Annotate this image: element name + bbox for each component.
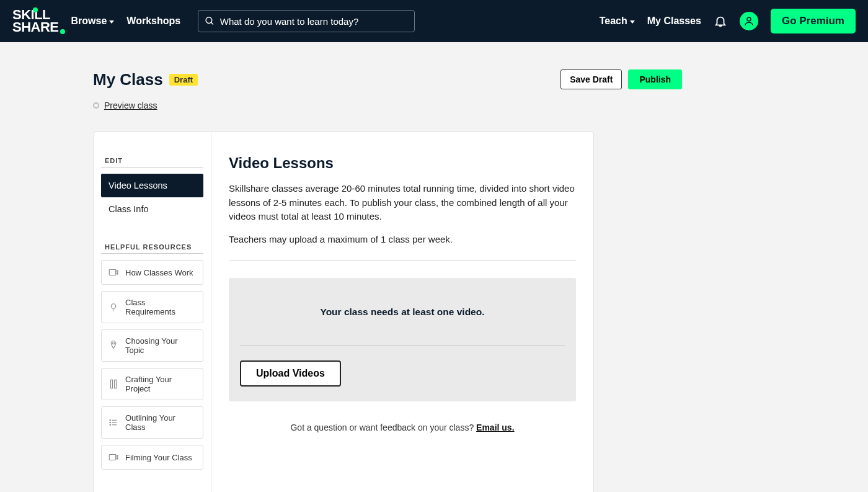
nav-workshops[interactable]: Workshops: [126, 16, 180, 27]
resource-label: Choosing Your Topic: [125, 336, 197, 355]
svg-point-8: [110, 420, 111, 421]
svg-rect-14: [109, 455, 116, 460]
svg-point-2: [747, 17, 751, 21]
svg-point-4: [111, 304, 116, 309]
nav-browse[interactable]: Browse: [71, 16, 115, 27]
notification-bell-icon[interactable]: [714, 14, 727, 28]
need-video-text: Your class needs at least one video.: [240, 306, 565, 318]
svg-rect-3: [109, 270, 116, 275]
search-input[interactable]: [220, 16, 408, 27]
lightbulb-icon: [108, 302, 119, 313]
nav-my-classes-label: My Classes: [647, 16, 701, 27]
edit-sidebar: EDIT Video Lessons Class Info HELPFUL RE…: [94, 132, 211, 492]
resource-label: Filming Your Class: [125, 453, 192, 462]
resource-label: Class Requirements: [125, 298, 197, 316]
svg-line-1: [211, 22, 213, 24]
title-row: My Class Draft Save Draft Publish: [93, 69, 775, 89]
nav-workshops-label: Workshops: [126, 16, 180, 27]
email-us-link[interactable]: Email us.: [476, 423, 514, 432]
main-panel: EDIT Video Lessons Class Info HELPFUL RE…: [93, 132, 594, 492]
nav-teach[interactable]: Teach: [600, 16, 635, 27]
svg-point-5: [113, 342, 115, 344]
resource-crafting-project[interactable]: Crafting Your Project: [101, 368, 203, 400]
sidebar-item-video-lessons[interactable]: Video Lessons: [101, 174, 203, 197]
svg-rect-6: [111, 380, 113, 388]
upload-box: Your class needs at least one video. Upl…: [229, 278, 576, 401]
list-icon: [108, 417, 119, 428]
question-row: Got a question or want feedback on your …: [229, 423, 576, 432]
divider: [229, 260, 576, 261]
nav-browse-label: Browse: [71, 16, 107, 27]
publish-button[interactable]: Publish: [628, 69, 682, 89]
video-icon: [108, 267, 119, 278]
draft-badge: Draft: [169, 74, 198, 86]
resource-label: How Classes Work: [125, 268, 193, 277]
ruler-icon: [108, 378, 119, 390]
sidebar-heading-resources: HELPFUL RESOURCES: [101, 243, 203, 254]
page-title: My Class: [93, 70, 163, 89]
resource-choosing-topic[interactable]: Choosing Your Topic: [101, 329, 203, 362]
avatar[interactable]: [740, 12, 758, 30]
sidebar-item-class-info[interactable]: Class Info: [101, 197, 203, 221]
skillshare-logo[interactable]: SKILLSHARE: [12, 9, 59, 34]
resource-label: Outlining Your Class: [125, 413, 197, 432]
question-text: Got a question or want feedback on your …: [290, 423, 476, 432]
svg-point-10: [110, 422, 111, 423]
svg-point-0: [206, 17, 212, 24]
nav-my-classes[interactable]: My Classes: [647, 16, 701, 27]
content-para-1: Skillshare classes average 20-60 minutes…: [229, 182, 576, 224]
upload-videos-button[interactable]: Upload Videos: [240, 360, 341, 387]
save-draft-button[interactable]: Save Draft: [560, 69, 622, 89]
content-para-2: Teachers may upload a maximum of 1 class…: [229, 233, 576, 247]
nav-teach-label: Teach: [600, 16, 627, 27]
search-box[interactable]: [198, 10, 415, 32]
user-icon: [743, 16, 755, 27]
resource-label: Crafting Your Project: [125, 375, 197, 393]
sidebar-heading-edit: EDIT: [101, 157, 203, 168]
pin-icon: [108, 340, 119, 351]
chevron-down-icon: [630, 20, 635, 24]
resource-how-classes-work[interactable]: How Classes Work: [101, 260, 203, 285]
search-icon: [205, 16, 215, 27]
resource-class-requirements[interactable]: Class Requirements: [101, 291, 203, 323]
top-header: SKILLSHARE Browse Workshops Teach My Cla…: [0, 0, 868, 42]
svg-point-12: [110, 424, 111, 426]
eye-icon: [93, 102, 99, 109]
preview-class-link[interactable]: Preview class: [104, 101, 157, 110]
divider: [240, 345, 565, 346]
content-heading: Video Lessons: [229, 154, 576, 172]
go-premium-button[interactable]: Go Premium: [771, 9, 856, 34]
resource-outlining-class[interactable]: Outlining Your Class: [101, 406, 203, 439]
content-area: Video Lessons Skillshare classes average…: [211, 132, 593, 492]
camera-icon: [108, 452, 119, 463]
svg-rect-7: [115, 380, 117, 388]
resource-filming-class[interactable]: Filming Your Class: [101, 445, 203, 470]
chevron-down-icon: [109, 20, 114, 24]
preview-row: Preview class: [93, 101, 775, 110]
